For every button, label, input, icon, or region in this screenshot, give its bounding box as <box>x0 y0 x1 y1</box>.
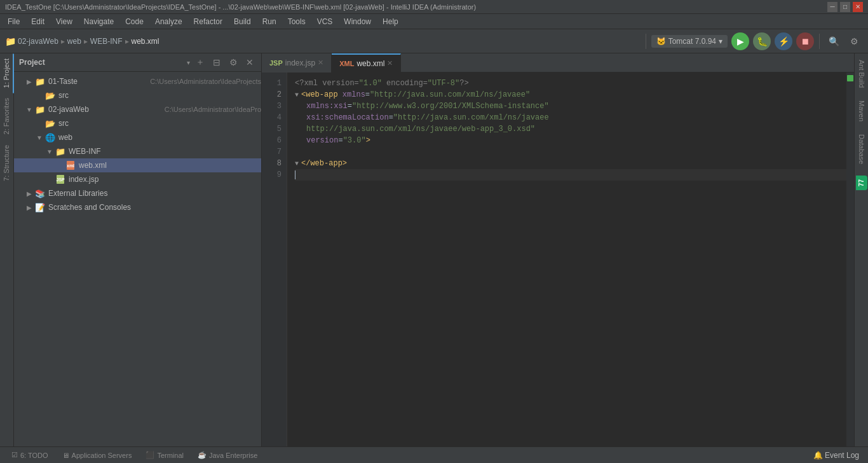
line-num-9: 9 <box>262 169 287 181</box>
right-tab-database[interactable]: Database <box>855 128 868 170</box>
menu-build[interactable]: Build <box>229 16 256 27</box>
code-text-2c: = <box>365 89 370 100</box>
code-line-9 <box>295 169 846 181</box>
tree-item-web-folder[interactable]: ▼ 🌐 web <box>14 130 261 144</box>
javaenterprise-icon: ☕ <box>198 451 207 459</box>
dropdown-arrow-icon: ▾ <box>187 59 190 66</box>
add-content-root-button[interactable]: ＋ <box>194 56 207 69</box>
fold-arrow-8[interactable]: ▼ <box>295 159 299 169</box>
menu-vcs[interactable]: VCS <box>312 16 338 27</box>
right-tab-maven[interactable]: Maven <box>855 94 868 128</box>
code-text-4c: "http://java.sun.com/xml/ns/javaee <box>393 112 549 123</box>
bottom-tab-javaenterprise[interactable]: ☕ Java Enterprise <box>191 449 264 461</box>
event-log-label: Event Log <box>825 451 859 460</box>
terminal-icon: ⬛ <box>146 451 154 459</box>
minimize-button[interactable]: ─ <box>827 2 837 12</box>
notification-count: 77 <box>858 179 865 186</box>
right-sidebar-tabs: Ant Build Maven Database 77 <box>854 53 868 446</box>
menu-navigate[interactable]: Navigate <box>79 16 119 27</box>
tree-item-01taste-src[interactable]: 📂 src <box>14 88 261 102</box>
line-num-7: 7 <box>262 146 287 158</box>
code-text-6b: = <box>338 135 342 146</box>
code-line-1: <?xml version="1.0" encoding="UTF-8"?> <box>295 78 846 89</box>
run-area: 🐱 Tomcat 7.0.94 ▾ ▶ 🐛 ⚡ ⏹ <box>651 32 814 50</box>
tree-item-webxml[interactable]: xml web.xml <box>14 158 261 172</box>
run-config-selector[interactable]: 🐱 Tomcat 7.0.94 ▾ <box>651 35 728 48</box>
tab-indexjsp-close[interactable]: ✕ <box>318 59 323 67</box>
validation-gutter <box>846 73 854 446</box>
menu-edit[interactable]: Edit <box>26 16 50 27</box>
toolbar-sep2 <box>819 34 820 49</box>
left-sidebar-tabs: 1: Project 2: Favorites 7: Structure <box>0 53 14 446</box>
menu-help[interactable]: Help <box>377 16 403 27</box>
tree-item-webinf[interactable]: ▼ 📁 WEB-INF <box>14 144 261 158</box>
menu-view[interactable]: View <box>51 16 78 27</box>
code-editor[interactable]: 1 2 3 4 5 6 7 8 9 <?xml version="1.0" en… <box>262 73 854 446</box>
tree-path-01taste: C:\Users\Administrator\IdeaProjects <box>150 78 261 85</box>
collapse-all-button[interactable]: ⊟ <box>210 56 223 69</box>
folder-icon-02javaweb: 📁 <box>34 104 46 115</box>
bottom-tab-appservers[interactable]: 🖥 Application Servers <box>56 450 139 461</box>
notification-button[interactable]: 77 <box>856 176 867 190</box>
menu-file[interactable]: File <box>3 16 25 27</box>
menu-refactor[interactable]: Refactor <box>189 16 227 27</box>
menubar: File Edit View Navigate Code Analyze Ref… <box>0 14 868 29</box>
debug-button[interactable]: 🐛 <box>753 32 771 50</box>
line-num-5: 5 <box>262 123 287 135</box>
settings-button[interactable]: ⚙ <box>845 32 863 50</box>
breadcrumb-web[interactable]: web <box>67 37 81 46</box>
menu-code[interactable]: Code <box>120 16 149 27</box>
sidebar-tab-favorites[interactable]: 2: Favorites <box>0 93 14 139</box>
tree-label-src-02javaweb: src <box>58 119 261 128</box>
search-everywhere-button[interactable]: 🔍 <box>825 32 843 50</box>
tree-item-scratches[interactable]: ▶ 📝 Scratches and Consoles <box>14 200 261 214</box>
breadcrumb-project[interactable]: 📁 02-javaWeb <box>5 36 58 46</box>
sidebar-tab-project[interactable]: 1: Project <box>0 53 14 93</box>
menu-tools[interactable]: Tools <box>283 16 311 27</box>
breadcrumb-webinf[interactable]: WEB-INF <box>90 37 123 46</box>
close-button[interactable]: ✕ <box>853 2 863 12</box>
right-tab-ant-build[interactable]: Ant Build <box>855 53 868 94</box>
code-text-2a: <web-app <box>301 89 342 100</box>
tree-item-indexjsp[interactable]: JSP index.jsp <box>14 172 261 186</box>
bottom-tab-terminal[interactable]: ⬛ Terminal <box>139 449 190 461</box>
stop-button[interactable]: ⏹ <box>796 32 814 50</box>
event-log-button[interactable]: 🔔 Event Log <box>810 451 863 460</box>
code-text-4b: = <box>389 112 393 123</box>
tab-indexjsp-icon: JSP <box>269 59 283 67</box>
tree-label-scratches: Scratches and Consoles <box>48 203 261 212</box>
extlib-icon: 📚 <box>34 188 46 199</box>
menu-run[interactable]: Run <box>257 16 281 27</box>
bottom-tab-todo[interactable]: ☑ 6: TODO <box>5 449 55 461</box>
run-button[interactable]: ▶ <box>731 32 749 50</box>
tab-webxml[interactable]: XML web.xml ✕ <box>332 53 401 73</box>
menu-window[interactable]: Window <box>339 16 376 27</box>
tree-path-02javaweb: C:\Users\Administrator\IdeaPro <box>165 106 261 113</box>
tree-item-01taste[interactable]: ▶ 📁 01-Taste C:\Users\Administrator\Idea… <box>14 74 261 88</box>
window-controls: ─ □ ✕ <box>827 2 863 12</box>
close-project-panel-button[interactable]: ✕ <box>243 56 256 69</box>
breadcrumb: 📁 02-javaWeb ▸ web ▸ WEB-INF ▸ web.xml <box>5 36 641 46</box>
breadcrumb-webxml-label: web.xml <box>132 37 159 46</box>
bottom-tab-terminal-label: Terminal <box>157 452 184 459</box>
tree-arrow-01taste: ▶ <box>24 78 34 85</box>
tree-item-02javaweb[interactable]: ▼ 📁 02-javaWeb C:\Users\Administrator\Id… <box>14 102 261 116</box>
tab-webxml-close[interactable]: ✕ <box>387 59 393 67</box>
project-settings-button[interactable]: ⚙ <box>227 56 240 69</box>
fold-arrow-2[interactable]: ▼ <box>295 90 299 100</box>
sidebar-tab-structure[interactable]: 7: Structure <box>0 140 14 186</box>
tomcat-icon: 🐱 <box>656 37 666 46</box>
code-text-3c: "http://www.w3.org/2001/XMLSchema-instan… <box>352 100 549 112</box>
maximize-button[interactable]: □ <box>840 2 850 12</box>
breadcrumb-webxml[interactable]: web.xml <box>132 37 159 46</box>
coverage-button[interactable]: ⚡ <box>775 32 792 50</box>
code-content[interactable]: <?xml version="1.0" encoding="UTF-8"?> ▼… <box>287 73 854 446</box>
tree-item-02javaweb-src[interactable]: 📂 src <box>14 116 261 130</box>
tab-indexjsp[interactable]: JSP index.jsp ✕ <box>262 53 332 73</box>
line-num-2: 2 <box>262 89 287 100</box>
tree-label-src-01taste: src <box>58 91 261 100</box>
line-num-4: 4 <box>262 112 287 123</box>
bottom-tab-javaenterprise-label: Java Enterprise <box>209 452 257 459</box>
menu-analyze[interactable]: Analyze <box>150 16 187 27</box>
tree-item-extlib[interactable]: ▶ 📚 External Libraries <box>14 186 261 200</box>
